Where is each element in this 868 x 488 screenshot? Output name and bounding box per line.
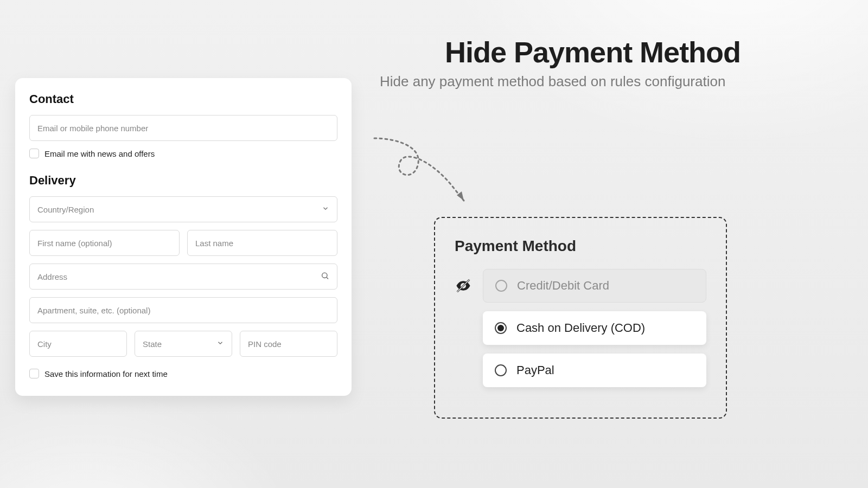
payment-method-title: Payment Method	[455, 237, 706, 255]
payment-option-paypal[interactable]: PayPal	[483, 354, 706, 387]
state-select[interactable]: State	[135, 331, 232, 357]
state-placeholder: State	[143, 339, 162, 349]
country-select[interactable]: Country/Region	[29, 196, 337, 222]
address-field[interactable]: Address	[29, 264, 337, 290]
radio-icon	[495, 364, 507, 376]
payment-option-cod[interactable]: Cash on Delivery (COD)	[483, 311, 706, 345]
address-placeholder: Address	[37, 272, 67, 281]
hidden-eye-icon	[455, 278, 472, 294]
payment-option-label: PayPal	[516, 363, 554, 377]
apartment-field[interactable]: Apartment, suite, etc. (optional)	[29, 297, 337, 323]
lastname-field[interactable]: Last name	[187, 230, 337, 256]
search-icon	[321, 272, 329, 282]
checkbox-icon	[29, 149, 39, 158]
firstname-placeholder: First name (optional)	[37, 239, 112, 248]
country-placeholder: Country/Region	[37, 205, 94, 214]
lastname-placeholder: Last name	[195, 239, 233, 248]
news-offers-label: Email me with news and offers	[44, 149, 155, 158]
news-offers-checkbox-row[interactable]: Email me with news and offers	[29, 149, 337, 158]
page-title: Hide Payment Method	[445, 35, 825, 69]
payment-method-panel: Payment Method Credit/Debit Card Cash on…	[434, 217, 727, 419]
delivery-section-title: Delivery	[29, 174, 337, 188]
city-placeholder: City	[37, 339, 52, 349]
pincode-placeholder: PIN code	[248, 339, 282, 349]
chevron-down-icon	[216, 339, 224, 349]
email-field[interactable]: Email or mobile phone number	[29, 115, 337, 141]
curved-arrow-icon	[363, 133, 477, 214]
page-subtitle: Hide any payment method based on rules c…	[380, 73, 825, 90]
save-info-label: Save this information for next time	[44, 369, 168, 378]
pincode-field[interactable]: PIN code	[240, 331, 337, 357]
radio-icon	[495, 280, 507, 292]
payment-option-credit[interactable]: Credit/Debit Card	[483, 269, 706, 303]
payment-method-row-credit: Credit/Debit Card	[455, 269, 706, 303]
checkout-form-card: Contact Email or mobile phone number Ema…	[15, 78, 352, 396]
email-placeholder: Email or mobile phone number	[37, 124, 148, 133]
apartment-placeholder: Apartment, suite, etc. (optional)	[37, 306, 150, 315]
radio-selected-icon	[495, 322, 507, 334]
contact-section-title: Contact	[29, 92, 337, 106]
payment-method-row-paypal: PayPal	[455, 354, 706, 387]
checkbox-icon	[29, 369, 39, 378]
payment-method-row-cod: Cash on Delivery (COD)	[455, 311, 706, 345]
svg-point-0	[322, 273, 327, 278]
payment-option-label: Credit/Debit Card	[517, 279, 609, 293]
chevron-down-icon	[322, 205, 329, 214]
firstname-field[interactable]: First name (optional)	[29, 230, 180, 256]
payment-option-label: Cash on Delivery (COD)	[516, 321, 645, 335]
save-info-checkbox-row[interactable]: Save this information for next time	[29, 369, 337, 378]
svg-line-1	[327, 278, 328, 279]
city-field[interactable]: City	[29, 331, 127, 357]
